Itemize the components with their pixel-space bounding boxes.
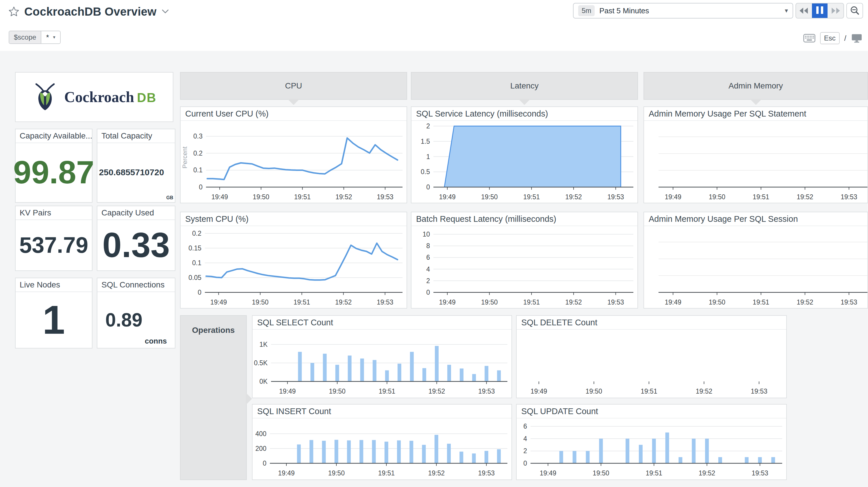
chart-plot-batch-request-latency[interactable]: 024681019:4919:5019:5119:5219:53	[411, 226, 638, 308]
slash-separator: /	[844, 34, 846, 43]
svg-text:19:51: 19:51	[378, 388, 395, 395]
svg-text:19:53: 19:53	[377, 298, 394, 306]
rewind-button[interactable]	[796, 3, 812, 18]
chart-title: Admin Memory Usage Per SQL Session	[644, 212, 867, 226]
svg-text:19:52: 19:52	[336, 193, 352, 201]
group-label: Operations	[192, 326, 235, 335]
svg-text:6: 6	[523, 423, 527, 430]
svg-text:0: 0	[426, 289, 430, 296]
svg-text:19:50: 19:50	[329, 388, 346, 395]
stat-card-capacity-available[interactable]: Capacity Available... 99.87	[15, 129, 92, 203]
svg-text:19:50: 19:50	[481, 298, 498, 306]
svg-text:19:49: 19:49	[439, 193, 456, 201]
group-header-admin-memory[interactable]: Admin Memory	[644, 72, 868, 100]
fullscreen-monitor-icon[interactable]	[851, 33, 863, 43]
pause-button[interactable]	[812, 3, 828, 18]
svg-text:0: 0	[523, 460, 527, 467]
svg-text:19:53: 19:53	[608, 298, 624, 306]
cockroachdb-logo-card[interactable]: CockroachDB	[15, 72, 174, 122]
cockroach-bug-icon	[32, 82, 58, 112]
chart-card-sql-delete-count[interactable]: SQL DELETE Count 19:4919:5019:5119:5219:…	[516, 315, 787, 398]
svg-text:0.2: 0.2	[193, 149, 203, 157]
svg-text:1K: 1K	[259, 341, 268, 348]
chart-card-sql-service-latency[interactable]: SQL Service Latency (milliseconds) 00.51…	[411, 107, 638, 203]
svg-text:19:49: 19:49	[439, 298, 456, 306]
chart-plot-system-cpu[interactable]: 00.050.10.150.219:4919:5019:5119:5219:53	[181, 226, 407, 308]
group-label: Admin Memory	[728, 81, 783, 90]
svg-text:0.5K: 0.5K	[254, 359, 268, 367]
svg-text:19:52: 19:52	[797, 298, 813, 306]
stat-title: Total Capacity	[97, 129, 175, 143]
time-range-selector[interactable]: 5m Past 5 Minutes ▾	[573, 3, 793, 19]
stat-value: 0.89	[105, 310, 142, 330]
stat-card-capacity-used[interactable]: Capacity Used 0.33	[97, 206, 176, 271]
svg-text:0.2: 0.2	[192, 230, 202, 237]
svg-text:19:53: 19:53	[478, 388, 495, 395]
chart-plot-sql-select-count[interactable]: 0K0.5K1K19:4919:5019:5119:5219:53	[252, 329, 512, 398]
template-variable-scope[interactable]: $scope * ▾	[9, 31, 61, 44]
stat-card-live-nodes[interactable]: Live Nodes 1	[15, 278, 92, 348]
dashboard-titlebar: CockroachDB Overview	[9, 2, 169, 21]
chart-plot-admin-memory-statement[interactable]: 19:4919:5019:5119:5219:53	[644, 120, 867, 203]
svg-text:19:52: 19:52	[699, 469, 715, 477]
chart-card-admin-memory-session[interactable]: Admin Memory Usage Per SQL Session 19:49…	[644, 212, 868, 309]
chart-plot-current-user-cpu[interactable]: 00.10.20.319:4919:5019:5119:5219:53Perce…	[181, 120, 407, 203]
group-header-latency[interactable]: Latency	[411, 72, 638, 100]
fast-forward-button[interactable]	[828, 3, 843, 18]
scope-caret-icon: ▾	[53, 35, 56, 39]
chevron-down-icon[interactable]	[162, 9, 169, 14]
svg-text:19:50: 19:50	[481, 193, 498, 201]
svg-text:19:50: 19:50	[593, 469, 610, 477]
stat-title: Capacity Used	[97, 206, 175, 220]
svg-text:19:53: 19:53	[751, 388, 768, 395]
star-icon[interactable]	[9, 6, 19, 17]
logo-wordmark-db: DB	[137, 90, 157, 105]
chart-title: SQL SELECT Count	[252, 316, 512, 330]
svg-text:19:50: 19:50	[586, 388, 602, 395]
chart-plot-sql-update-count[interactable]: 024619:4919:5019:5119:5219:53	[517, 418, 786, 480]
svg-text:19:51: 19:51	[646, 469, 662, 477]
stat-card-total-capacity[interactable]: Total Capacity 250.6855710720GB	[97, 129, 176, 203]
svg-text:0: 0	[198, 289, 202, 296]
chart-card-sql-update-count[interactable]: SQL UPDATE Count 024619:4919:5019:5119:5…	[516, 404, 787, 480]
svg-text:0: 0	[262, 460, 267, 467]
pause-icon	[815, 6, 825, 15]
svg-text:19:52: 19:52	[335, 298, 352, 306]
svg-text:0.15: 0.15	[188, 245, 202, 252]
stat-card-sql-connections[interactable]: SQL Connections 0.89conns	[97, 278, 176, 348]
chart-plot-sql-delete-count[interactable]: 19:4919:5019:5119:5219:53	[517, 329, 786, 398]
svg-text:19:53: 19:53	[608, 193, 624, 201]
chart-card-current-user-cpu[interactable]: Current User CPU (%) 00.10.20.319:4919:5…	[180, 107, 407, 203]
svg-text:19:53: 19:53	[751, 469, 768, 477]
keyboard-icon[interactable]	[803, 34, 815, 42]
chart-card-sql-insert-count[interactable]: SQL INSERT Count 020040019:4919:5019:511…	[252, 404, 512, 480]
chart-card-system-cpu[interactable]: System CPU (%) 00.050.10.150.219:4919:50…	[180, 212, 407, 309]
chart-plot-sql-insert-count[interactable]: 020040019:4919:5019:5119:5219:53	[252, 418, 512, 480]
chart-plot-admin-memory-session[interactable]: 19:4919:5019:5119:5219:53	[644, 226, 867, 308]
svg-text:400: 400	[255, 430, 267, 437]
svg-text:19:50: 19:50	[709, 298, 725, 306]
group-header-operations[interactable]: Operations	[180, 315, 247, 480]
svg-text:19:51: 19:51	[378, 469, 395, 477]
svg-text:19:51: 19:51	[294, 193, 311, 201]
group-label: Latency	[510, 81, 538, 90]
chart-plot-sql-service-latency[interactable]: 00.511.5219:4919:5019:5119:5219:53	[411, 120, 638, 203]
stat-title: Capacity Available...	[16, 129, 92, 143]
esc-button[interactable]: Esc	[820, 32, 840, 44]
magnifier-minus-icon	[849, 5, 860, 16]
svg-text:19:50: 19:50	[328, 469, 345, 477]
chart-card-batch-request-latency[interactable]: Batch Request Latency (milliseconds) 024…	[411, 212, 638, 309]
logo-wordmark: Cockroach	[64, 89, 134, 105]
scope-value: *	[46, 33, 49, 42]
chart-card-sql-select-count[interactable]: SQL SELECT Count 0K0.5K1K19:4919:5019:51…	[252, 315, 512, 398]
group-label: CPU	[285, 81, 302, 90]
group-notch	[287, 99, 300, 105]
chart-card-admin-memory-statement[interactable]: Admin Memory Usage Per SQL Statement 19:…	[644, 107, 868, 203]
svg-text:19:49: 19:49	[664, 193, 681, 201]
chart-title: System CPU (%)	[181, 212, 407, 226]
zoom-out-button[interactable]	[846, 3, 863, 19]
stat-title: KV Pairs	[16, 206, 92, 220]
group-header-cpu[interactable]: CPU	[180, 72, 407, 100]
stat-card-kv-pairs[interactable]: KV Pairs 537.79	[15, 206, 92, 271]
svg-text:2: 2	[426, 277, 430, 285]
